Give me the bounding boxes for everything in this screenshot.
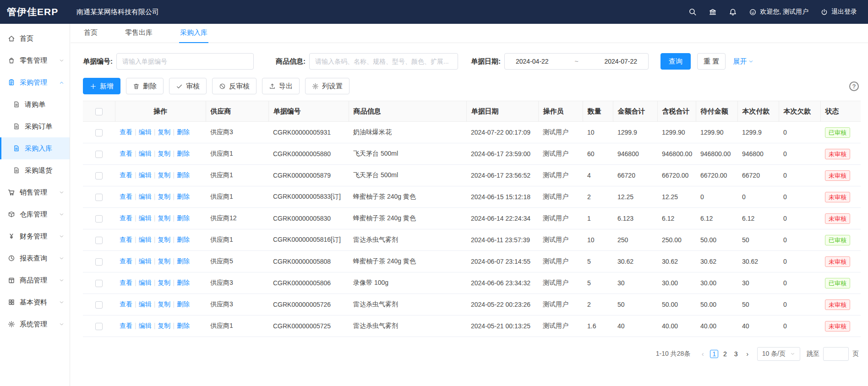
sidebar-item-purchase-inbound[interactable]: 采购入库	[0, 137, 70, 159]
row-action-delete[interactable]: 删除	[177, 171, 190, 179]
row-action-view[interactable]: 查看	[120, 279, 132, 286]
row-action-copy[interactable]: 复制	[158, 193, 170, 200]
page-number-1[interactable]: 1	[710, 350, 718, 358]
sidebar-item-purchase[interactable]: 采购管理	[0, 71, 70, 93]
row-checkbox[interactable]	[95, 237, 103, 244]
audit-button[interactable]: 审核	[169, 78, 207, 94]
row-action-view[interactable]: 查看	[120, 322, 132, 329]
row-action-edit[interactable]: 编辑	[139, 171, 152, 179]
unaudit-button[interactable]: 反审核	[212, 78, 257, 94]
row-checkbox[interactable]	[95, 215, 103, 223]
row-action-edit[interactable]: 编辑	[139, 214, 152, 222]
sidebar-item-sales[interactable]: 销售管理	[0, 181, 70, 203]
row-action-delete[interactable]: 删除	[177, 300, 190, 308]
sidebar-item-purchase-order[interactable]: 采购订单	[0, 115, 70, 137]
row-checkbox[interactable]	[95, 280, 103, 287]
row-action-copy[interactable]: 复制	[158, 279, 170, 286]
row-action-delete[interactable]: 删除	[177, 128, 190, 136]
help-icon[interactable]: ?	[849, 82, 859, 91]
bag-icon	[8, 57, 15, 64]
bill-no-input[interactable]	[116, 53, 254, 70]
row-checkbox[interactable]	[95, 258, 103, 266]
sidebar-item-report[interactable]: 报表查询	[0, 247, 70, 269]
cell-date: 2024-06-15 15:12:18	[466, 186, 538, 208]
search-button[interactable]: 查询	[661, 53, 691, 70]
action-separator: |	[173, 214, 175, 222]
row-action-copy[interactable]: 复制	[158, 150, 170, 157]
row-checkbox[interactable]	[95, 301, 103, 309]
page-number-2[interactable]: 2	[721, 350, 729, 358]
row-action-edit[interactable]: 编辑	[139, 128, 152, 136]
sidebar-item-retail[interactable]: 零售管理	[0, 49, 70, 71]
row-action-view[interactable]: 查看	[120, 128, 132, 136]
search-icon[interactable]	[688, 8, 697, 16]
export-button[interactable]: 导出	[262, 78, 300, 94]
delete-button[interactable]: 删除	[126, 78, 164, 94]
column-settings-button[interactable]: 列设置	[305, 78, 349, 94]
row-action-edit[interactable]: 编辑	[139, 279, 152, 286]
bill-no-label: 单据编号:	[83, 57, 113, 66]
row-action-edit[interactable]: 编辑	[139, 193, 152, 200]
jump-to-page-input[interactable]	[823, 347, 849, 361]
row-action-delete[interactable]: 删除	[177, 150, 190, 157]
sidebar-item-base[interactable]: 基本资料	[0, 291, 70, 313]
row-action-copy[interactable]: 复制	[158, 214, 170, 222]
row-checkbox[interactable]	[95, 194, 103, 201]
sidebar-item-system[interactable]: 系统管理	[0, 313, 70, 335]
row-action-copy[interactable]: 复制	[158, 236, 170, 243]
date-start-value[interactable]: 2024-04-22	[516, 58, 549, 65]
page-number-3[interactable]: 3	[732, 350, 740, 358]
prev-page-arrow[interactable]: ‹	[697, 347, 709, 361]
select-all-checkbox[interactable]	[95, 108, 103, 115]
app-center-icon[interactable]	[709, 8, 717, 16]
row-action-view[interactable]: 查看	[120, 150, 132, 157]
row-action-delete[interactable]: 删除	[177, 279, 190, 286]
row-action-copy[interactable]: 复制	[158, 257, 170, 265]
row-action-view[interactable]: 查看	[120, 193, 132, 200]
sidebar-item-purchase-return[interactable]: 采购退货	[0, 159, 70, 181]
date-range-picker[interactable]: 2024-04-22 ~ 2024-07-22	[504, 53, 649, 70]
row-action-copy[interactable]: 复制	[158, 300, 170, 308]
row-action-delete[interactable]: 删除	[177, 322, 190, 329]
next-page-arrow[interactable]: ›	[742, 347, 753, 361]
row-checkbox[interactable]	[95, 172, 103, 179]
row-action-view[interactable]: 查看	[120, 236, 132, 243]
logout-button[interactable]: 退出登录	[820, 8, 857, 16]
check-icon	[176, 83, 183, 90]
row-action-view[interactable]: 查看	[120, 214, 132, 222]
row-action-edit[interactable]: 编辑	[139, 322, 152, 329]
row-action-delete[interactable]: 删除	[177, 214, 190, 222]
add-button[interactable]: 新增	[83, 78, 120, 94]
goods-info-input[interactable]	[309, 53, 458, 70]
row-action-copy[interactable]: 复制	[158, 128, 170, 136]
row-checkbox[interactable]	[95, 151, 103, 158]
page-size-select[interactable]: 10 条/页	[757, 347, 800, 361]
row-action-delete[interactable]: 删除	[177, 236, 190, 243]
tab-purchase-inbound[interactable]: 采购入库	[179, 28, 208, 43]
row-action-edit[interactable]: 编辑	[139, 257, 152, 265]
row-action-view[interactable]: 查看	[120, 171, 132, 179]
row-checkbox[interactable]	[95, 129, 103, 136]
sidebar-item-finance[interactable]: 财务管理	[0, 225, 70, 247]
row-action-delete[interactable]: 删除	[177, 257, 190, 265]
row-checkbox[interactable]	[95, 323, 103, 330]
expand-filters-link[interactable]: 展开	[733, 57, 753, 66]
row-action-copy[interactable]: 复制	[158, 322, 170, 329]
row-action-edit[interactable]: 编辑	[139, 300, 152, 308]
row-action-edit[interactable]: 编辑	[139, 150, 152, 157]
row-action-delete[interactable]: 删除	[177, 193, 190, 200]
row-action-view[interactable]: 查看	[120, 257, 132, 265]
row-action-edit[interactable]: 编辑	[139, 236, 152, 243]
notifications-bell-icon[interactable]	[729, 8, 737, 16]
tab-home[interactable]: 首页	[83, 28, 98, 43]
row-action-copy[interactable]: 复制	[158, 171, 170, 179]
sidebar-item-warehouse[interactable]: 仓库管理	[0, 203, 70, 225]
sidebar-item-purchase-request[interactable]: 请购单	[0, 93, 70, 115]
date-end-value[interactable]: 2024-07-22	[604, 58, 637, 65]
tab-retail-outbound[interactable]: 零售出库	[124, 28, 153, 43]
row-action-view[interactable]: 查看	[120, 300, 132, 308]
sidebar-item-goods[interactable]: 商品管理	[0, 269, 70, 291]
reset-button[interactable]: 重 置	[697, 53, 726, 70]
sidebar-item-home[interactable]: 首页	[0, 27, 70, 49]
welcome-user[interactable]: 欢迎您, 测试用户	[749, 8, 808, 16]
